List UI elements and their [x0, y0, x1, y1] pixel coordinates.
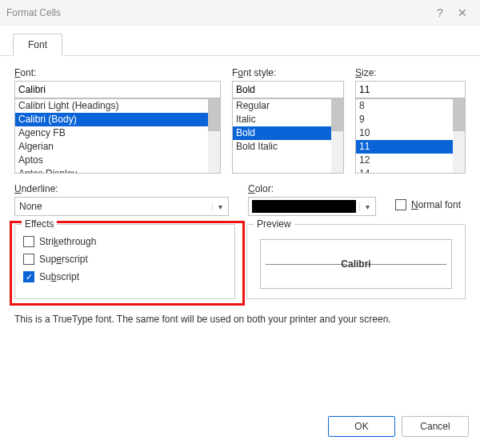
preview-group: Preview Calibri — [246, 224, 466, 299]
list-item[interactable]: 8 — [356, 99, 465, 113]
list-item[interactable]: Aptos — [15, 154, 220, 167]
preview-text: Calibri — [261, 258, 451, 270]
title-bar: Format Cells ? ✕ — [0, 0, 480, 26]
subscript-checkbox[interactable]: Subscript — [23, 271, 226, 282]
list-item[interactable]: 12 — [356, 154, 465, 167]
close-icon[interactable]: ✕ — [451, 6, 474, 19]
dialog-content: Font: Calibri Light (Headings)Calibri (B… — [0, 56, 480, 331]
superscript-checkbox[interactable]: Superscript — [23, 254, 226, 265]
font-style-input[interactable] — [232, 81, 344, 98]
font-label: Font: — [14, 67, 221, 78]
dialog-title: Format Cells — [6, 7, 429, 18]
list-item[interactable]: Agency FB — [15, 126, 220, 140]
font-style-label: Font style: — [232, 67, 344, 78]
normal-font-checkbox[interactable]: Normal font — [395, 199, 461, 210]
tab-font[interactable]: Font — [13, 34, 62, 56]
list-item[interactable]: 10 — [356, 126, 465, 140]
font-input[interactable] — [14, 81, 221, 98]
effects-group: Effects Strikethrough Superscript Subscr… — [14, 224, 235, 299]
size-listbox[interactable]: 8910111214 — [355, 98, 466, 174]
color-swatch — [252, 200, 356, 213]
size-label: Size: — [355, 67, 466, 78]
list-item[interactable]: 11 — [356, 140, 465, 154]
underline-select[interactable]: None ▾ — [14, 197, 229, 216]
list-item[interactable]: Italic — [233, 113, 343, 126]
chevron-down-icon: ▾ — [359, 202, 375, 211]
help-icon[interactable]: ? — [429, 6, 451, 19]
list-item[interactable]: 9 — [356, 113, 465, 126]
dialog-footer: OK Cancel — [328, 416, 469, 437]
font-style-listbox[interactable]: RegularItalicBoldBold Italic — [232, 98, 344, 174]
color-label: Color: — [248, 183, 376, 194]
ok-button[interactable]: OK — [328, 416, 395, 437]
list-item[interactable]: Calibri (Body) — [15, 113, 220, 126]
list-item[interactable]: 14 — [356, 167, 465, 174]
list-item[interactable]: Aptos Display — [15, 167, 220, 174]
size-input[interactable] — [355, 81, 466, 98]
cancel-button[interactable]: Cancel — [402, 416, 469, 437]
list-item[interactable]: Bold — [233, 126, 343, 140]
list-item[interactable]: Algerian — [15, 140, 220, 154]
chevron-down-icon: ▾ — [212, 202, 228, 211]
list-item[interactable]: Calibri Light (Headings) — [15, 99, 220, 113]
underline-label: Underline: — [14, 183, 229, 194]
list-item[interactable]: Regular — [233, 99, 343, 113]
preview-legend: Preview — [254, 218, 294, 230]
font-description: This is a TrueType font. The same font w… — [14, 314, 466, 325]
list-item[interactable]: Bold Italic — [233, 140, 343, 154]
strikethrough-checkbox[interactable]: Strikethrough — [23, 236, 226, 247]
effects-legend: Effects — [22, 218, 57, 230]
preview-area: Calibri — [260, 239, 452, 289]
color-select[interactable]: ▾ — [248, 197, 376, 216]
tab-strip: Font — [0, 29, 480, 56]
font-listbox[interactable]: Calibri Light (Headings)Calibri (Body)Ag… — [14, 98, 221, 174]
